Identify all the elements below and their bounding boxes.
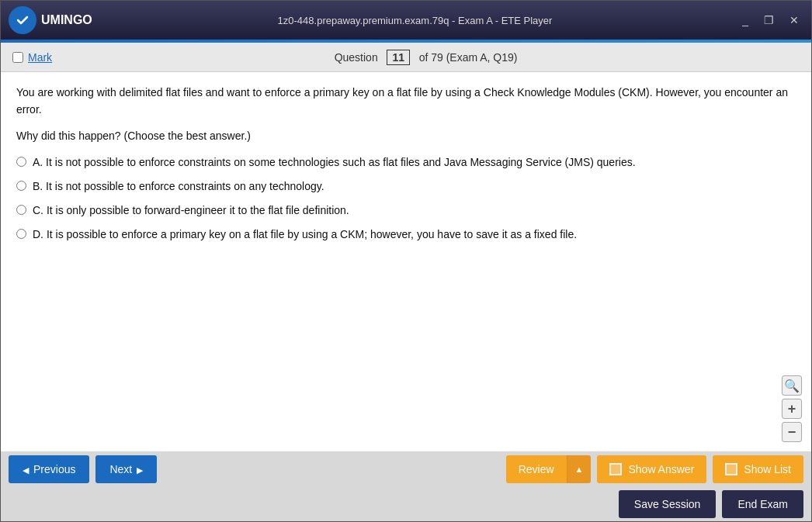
radio-b[interactable] [16, 181, 26, 191]
question-text-1: You are working with delimited flat file… [16, 84, 796, 119]
show-answer-label: Show Answer [628, 463, 694, 475]
title-bar: UMINGO 1z0-448.prepaway.premium.exam.79q… [1, 1, 811, 40]
review-label: Review [519, 463, 554, 475]
question-total: of 79 (Exam A, Q19) [419, 51, 518, 64]
mark-checkbox[interactable] [12, 52, 23, 63]
main-window: UMINGO 1z0-448.prepaway.premium.exam.79q… [0, 0, 812, 522]
nav-row-2: Save Session End Exam [1, 486, 811, 521]
option-a-text: A. It is not possible to enforce constra… [33, 154, 636, 171]
review-button[interactable]: Review [506, 455, 567, 483]
logo: UMINGO [9, 6, 92, 34]
previous-label: Previous [33, 463, 75, 475]
next-label: Next [109, 463, 132, 475]
option-c[interactable]: C. It is only possible to forward-engine… [16, 202, 796, 219]
next-chevron-icon [137, 463, 143, 475]
zoom-out-button[interactable]: − [782, 422, 802, 442]
option-d-text: D. It is possible to enforce a primary k… [33, 226, 577, 243]
answer-options: A. It is not possible to enforce constra… [16, 154, 796, 243]
restore-button[interactable]: ❐ [759, 12, 779, 28]
close-button[interactable]: ✕ [785, 12, 803, 28]
logo-icon [9, 6, 36, 34]
option-b[interactable]: B. It is not possible to enforce constra… [16, 178, 796, 195]
zoom-controls: 🔍 + − [782, 375, 802, 442]
previous-button[interactable]: Previous [9, 455, 89, 483]
review-dropdown-button[interactable] [567, 455, 592, 483]
option-a[interactable]: A. It is not possible to enforce constra… [16, 154, 796, 171]
logo-text: UMINGO [41, 13, 92, 27]
radio-c[interactable] [16, 205, 26, 215]
option-d[interactable]: D. It is possible to enforce a primary k… [16, 226, 796, 243]
radio-d[interactable] [16, 229, 26, 239]
show-list-button[interactable]: Show List [713, 455, 803, 483]
window-title: 1z0-448.prepaway.premium.exam.79q - Exam… [92, 15, 737, 26]
review-button-container[interactable]: Review [506, 455, 592, 483]
question-number: 11 [387, 50, 410, 65]
mark-label[interactable]: Mark [28, 51, 52, 64]
radio-a[interactable] [16, 157, 26, 167]
show-list-label: Show List [744, 463, 791, 475]
minimize-button[interactable]: _ [737, 12, 753, 28]
option-b-text: B. It is not possible to enforce constra… [33, 178, 324, 195]
end-exam-button[interactable]: End Exam [722, 490, 803, 518]
question-label: Question [335, 51, 378, 64]
show-answer-checkbox-icon [609, 463, 622, 475]
review-chevron-icon [575, 463, 584, 475]
zoom-in-button[interactable]: + [782, 399, 802, 419]
show-list-checkbox-icon [725, 463, 737, 475]
save-session-label: Save Session [634, 498, 701, 510]
end-exam-label: End Exam [737, 498, 788, 510]
option-c-text: C. It is only possible to forward-engine… [33, 202, 349, 219]
toolbar: Mark Question 11 of 79 (Exam A, Q19) [1, 43, 811, 72]
search-button[interactable]: 🔍 [782, 375, 802, 396]
question-text-2: Why did this happen? (Choose the best an… [16, 130, 796, 142]
show-answer-button[interactable]: Show Answer [597, 455, 706, 483]
nav-row-1: Previous Next Review Show Answer [1, 451, 811, 486]
question-info: Question 11 of 79 (Exam A, Q19) [52, 50, 800, 65]
mark-checkbox-container[interactable]: Mark [12, 51, 52, 64]
bottom-nav: Previous Next Review Show Answer [1, 451, 811, 521]
main-content: You are working with delimited flat file… [1, 72, 811, 451]
previous-chevron-icon [23, 463, 29, 475]
next-button[interactable]: Next [95, 455, 157, 483]
save-session-button[interactable]: Save Session [619, 490, 717, 518]
window-controls: _ ❐ ✕ [737, 12, 803, 28]
